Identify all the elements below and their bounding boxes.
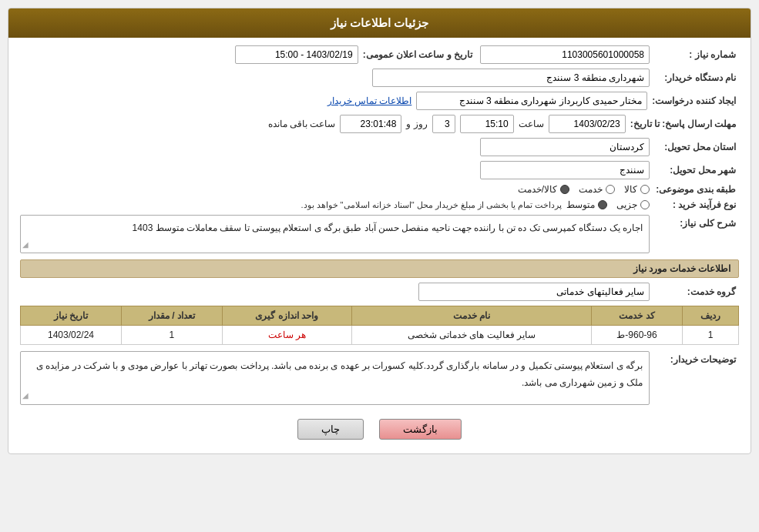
remaining-time-input[interactable] <box>340 115 401 133</box>
province-label: استان محل تحویل: <box>654 142 739 152</box>
table-row: 1960-96-طسایر فعالیت های خدماتی شخصیهر س… <box>21 326 739 345</box>
deadline-label: مهلت ارسال پاسخ: تا تاریخ: <box>630 119 739 129</box>
category-option-khedmat[interactable]: خدمت <box>579 184 615 195</box>
table-cell: 960-96-ط <box>592 326 683 345</box>
province-input[interactable] <box>480 138 650 156</box>
need-number-label: شماره نیاز : <box>654 49 739 60</box>
table-cell: 1 <box>122 326 223 345</box>
buyer-org-input[interactable] <box>372 69 650 87</box>
radio-kala <box>640 185 650 194</box>
need-desc-label: شرح کلی نیاز: <box>654 215 739 229</box>
deadline-time-input[interactable] <box>460 115 514 133</box>
table-cell: 1403/02/24 <box>21 326 122 345</box>
city-input[interactable] <box>480 161 650 179</box>
radio-jozi <box>640 200 650 209</box>
services-section-header: اطلاعات خدمات مورد نیاز <box>20 259 739 278</box>
table-cell: 1 <box>682 326 738 345</box>
remaining-days-label: روز و <box>406 119 427 129</box>
announce-date-input[interactable] <box>235 45 358 64</box>
col-row: ردیف <box>682 306 738 326</box>
col-name: نام خدمت <box>351 306 592 326</box>
process-note: پرداخت تمام یا بخشی از مبلغ خریدار محل "… <box>301 200 562 210</box>
process-label: نوع فرآیند خرید : <box>654 199 739 210</box>
announce-date-label: تاریخ و ساعت اعلان عمومی: <box>363 49 475 60</box>
creator-input[interactable] <box>416 92 647 110</box>
radio-kala-khedmat <box>560 185 569 194</box>
page-title: جزئیات اطلاعات نیاز <box>8 8 751 38</box>
deadline-time-label: ساعت <box>519 119 544 129</box>
services-table: ردیف کد خدمت نام خدمت واحد اندازه گیری ت… <box>20 306 739 345</box>
resize-handle-2: ◢ <box>22 389 29 403</box>
buyer-note-label: توضیحات خریدار: <box>654 351 739 365</box>
process-option-motavaset[interactable]: متوسط <box>566 199 607 210</box>
need-desc-box: اجاره یک دستگاه کمپرسی تک ده تن با رانند… <box>20 215 650 253</box>
remaining-suffix: ساعت باقی مانده <box>268 119 336 129</box>
service-group-label: گروه خدمت: <box>654 286 739 297</box>
process-option-jozi[interactable]: جزیی <box>616 199 650 210</box>
need-desc-text: اجاره یک دستگاه کمپرسی تک ده تن با رانند… <box>133 223 643 233</box>
city-label: شهر محل تحویل: <box>654 165 739 176</box>
category-radio-group: کالا خدمت کالا/خدمت <box>518 184 650 195</box>
table-cell: سایر فعالیت های خدماتی شخصی <box>351 326 592 345</box>
service-group-input[interactable] <box>418 283 650 301</box>
need-number-input[interactable] <box>480 45 650 64</box>
deadline-date-input[interactable] <box>549 115 626 133</box>
col-code: کد خدمت <box>592 306 683 326</box>
process-radio-group: جزیی متوسط <box>566 199 650 210</box>
contact-link[interactable]: اطلاعات تماس خریدار <box>327 95 412 106</box>
col-unit: واحد اندازه گیری <box>222 306 351 326</box>
creator-label: ایجاد کننده درخواست: <box>652 95 739 106</box>
buyer-note-box: برگه ی استعلام پیوستی تکمیل و در سامانه … <box>20 351 650 405</box>
col-qty: تعداد / مقدار <box>122 306 223 326</box>
print-button[interactable]: چاپ <box>297 419 364 440</box>
radio-motavaset <box>598 200 607 209</box>
category-option-kala[interactable]: کالا <box>624 184 650 195</box>
category-label: طبقه بندی موضوعی: <box>654 184 739 195</box>
back-button[interactable]: بازگشت <box>379 419 462 440</box>
buyer-note-text: برگه ی استعلام پیوستی تکمیل و در سامانه … <box>36 360 643 388</box>
remaining-days-input[interactable] <box>432 115 455 133</box>
col-date: تاریخ نیاز <box>21 306 122 326</box>
resize-handle: ◢ <box>22 238 29 251</box>
buyer-org-label: نام دستگاه خریدار: <box>654 72 739 83</box>
category-option-kala-khedmat[interactable]: کالا/خدمت <box>518 184 569 195</box>
table-cell: هر ساعت <box>222 326 351 345</box>
radio-khedmat <box>606 185 615 194</box>
button-row: بازگشت چاپ <box>20 410 739 446</box>
